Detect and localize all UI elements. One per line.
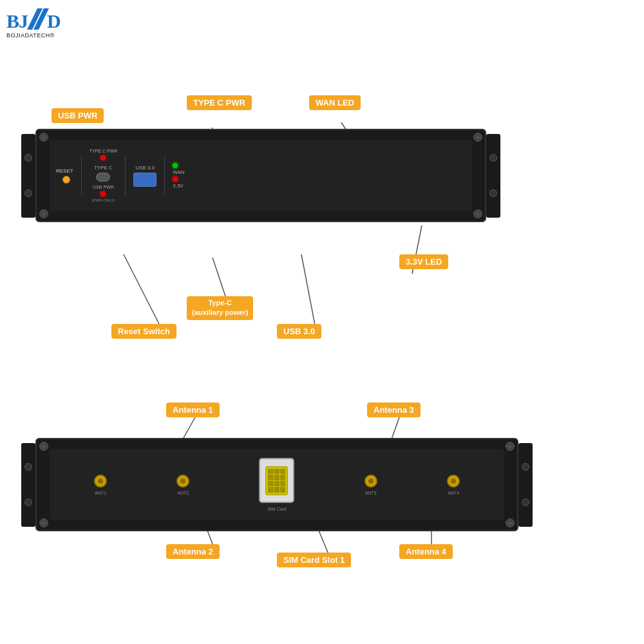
ant4-connector [447,475,460,488]
back-mount-ear-right [518,443,533,527]
ant2-label: ANT2 [177,491,189,495]
reset-button[interactable] [62,176,70,184]
wan-section: WAN 3.3V [173,163,184,189]
sim-card-slot-label: SIM Card Slot 1 [277,553,351,567]
back-panel-body: ANT1 ANT2 SIM Card ANT3 [50,449,504,520]
usb-pwr-text2: USB PWR [93,185,114,189]
device-back-view: ANT1 ANT2 SIM Card ANT3 [35,438,518,531]
ant1-connector [94,475,107,488]
v33-text: 3.3V [173,183,184,189]
usb3-section: USB 3.0 [133,165,156,187]
screw-tl [39,133,48,142]
wan-led-group: WAN 3.3V [173,163,184,189]
typec-label: TYPE C [94,165,113,171]
pwr-only-text: (PWR ONLY) [92,198,115,202]
typec-pwr-led [100,155,106,160]
mount-ear-left [21,134,35,218]
wan-led-label: WAN LED [309,95,361,110]
svg-text:BOJIADATECH®: BOJIADATECH® [6,32,55,39]
front-panel-body: RESET TYPE C PWR TYPE C USB PWR (PWR ONL… [50,140,472,211]
usb3-port[interactable] [133,173,156,187]
ant3-section: ANT3 [365,475,377,495]
svg-line-5 [301,254,316,328]
wan-text: WAN [173,169,184,175]
device-front-view: RESET TYPE C PWR TYPE C USB PWR (PWR ONL… [35,129,486,222]
sim-card-text: SIM Card [267,507,287,511]
divider1 [81,156,82,195]
svg-text:BJ: BJ [6,10,28,32]
usb30-text: USB 3.0 [135,165,155,171]
ant4-section: ANT4 [447,475,460,495]
svg-line-3 [124,254,159,324]
ant4-label: ANT4 [448,491,459,495]
wan-led-red [173,176,178,182]
reset-text: RESET [56,168,73,174]
antenna3-label: Antenna 3 [367,402,421,417]
back-screw-tr [506,442,515,451]
sim-section: SIM Card [259,458,294,511]
divider3 [164,156,165,195]
screw-tr [473,133,482,142]
back-screw-bl [39,518,48,527]
brand-logo: BJ D BOJIADATECH® [5,5,82,41]
led33v-label: 3.3V LED [399,254,448,269]
wan-led-green [173,163,178,168]
antenna2-label: Antenna 2 [166,544,220,559]
typec-section: TYPE C PWR TYPE C USB PWR (PWR ONLY) [90,149,118,202]
antenna4-label: Antenna 4 [399,544,453,559]
reset-switch-label: Reset Switch [111,324,176,339]
antenna1-label: Antenna 1 [166,402,220,417]
type-c-aux-label: Type-C(auxiliary power) [187,296,253,320]
mount-ear-right [486,134,500,218]
divider2 [125,156,126,195]
back-screw-br [506,518,515,527]
typec-port[interactable] [96,173,110,182]
back-screw-tl [39,442,48,451]
svg-text:D: D [47,10,61,32]
ant1-label: ANT1 [95,491,106,495]
ant3-label: ANT3 [365,491,377,495]
ant1-section: ANT1 [94,475,107,495]
usb-pwr-label: USB PWR [52,108,104,123]
type-c-pwr-label: TYPE C PWR [187,95,252,110]
usb-pwr-led [100,191,106,196]
ant2-connector [176,475,189,488]
usb30-label: USB 3.0 [277,324,321,339]
ant3-connector [365,475,377,488]
ant2-section: ANT2 [176,475,189,495]
sim-slot[interactable] [259,458,294,503]
reset-section: RESET [56,168,73,184]
screw-bl [39,209,48,218]
back-mount-ear-left [21,443,35,527]
typec-pwr-text: TYPE C PWR [90,149,118,153]
screw-br [473,209,482,218]
sim-chip [265,466,288,495]
